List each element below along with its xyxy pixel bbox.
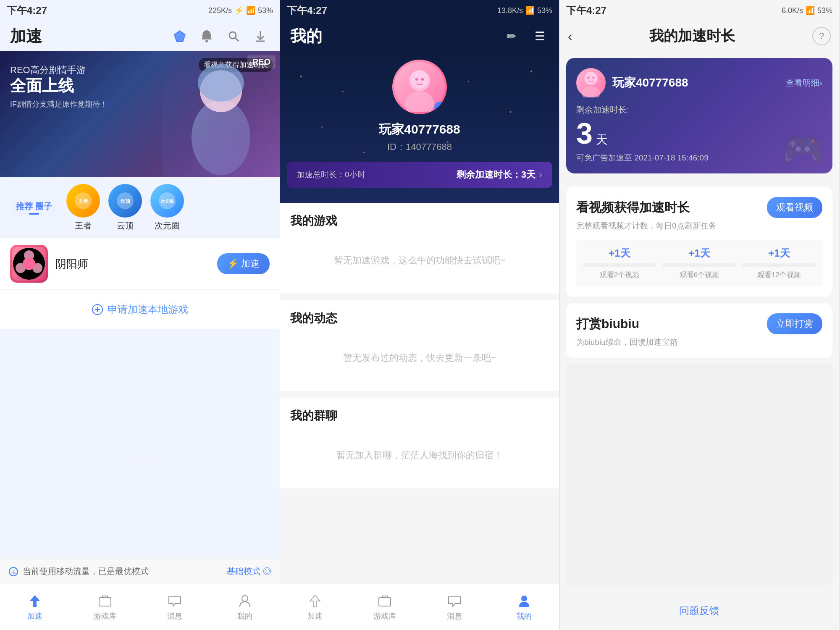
speed-card-detail-link[interactable]: 查看明细› — [786, 77, 822, 89]
help-button[interactable]: ? — [812, 27, 831, 45]
apply-local[interactable]: 申请加速本地游戏 — [0, 290, 280, 329]
category-tabs: 推荐 圈子 王者 王者 云顶 云顶 次元圈 次元圈 — [0, 177, 280, 238]
data-usage-text: 当前使用移动流量，已是最优模式 — [23, 566, 149, 577]
category-indicator — [29, 213, 39, 215]
game-info-yys: 阴阳师 — [55, 257, 217, 271]
reward-progress-2 — [663, 263, 736, 267]
category-name-wangzhe: 王者 — [75, 220, 92, 231]
bell-icon[interactable] — [197, 27, 216, 45]
remaining-speed-stat: 剩余加速时长：3天 › — [457, 168, 542, 181]
svg-point-8 — [198, 64, 244, 102]
svg-point-3 — [229, 32, 236, 39]
nav-label-library-2: 游戏库 — [373, 611, 396, 621]
nav-message-2[interactable]: 消息 — [420, 584, 489, 630]
diamond-icon[interactable] — [171, 27, 189, 45]
svg-point-2 — [205, 40, 208, 42]
panel-speed: 下午4:27 225K/s ⚡ 📶 53% 加速 REO — [0, 0, 280, 630]
reward-plus-1: +1天 — [609, 247, 630, 260]
category-ciyuan[interactable]: 次元圈 次元圈 — [150, 184, 184, 231]
nav-message-1[interactable]: 消息 — [140, 584, 210, 630]
svg-point-49 — [582, 87, 600, 97]
watch-video-button[interactable]: 观看视频 — [767, 197, 822, 218]
banner-desc: IF剧情分支满足原作党期待！ — [10, 99, 108, 109]
svg-rect-27 — [99, 598, 111, 606]
library-nav-icon — [97, 593, 113, 609]
svg-text:王者: 王者 — [78, 198, 89, 204]
svg-text:次元圈: 次元圈 — [161, 199, 173, 204]
profile-username: 玩家40777688 — [379, 121, 460, 138]
nav-speed-1[interactable]: 加速 — [0, 584, 70, 630]
nav-profile-2[interactable]: 我的 — [489, 584, 559, 630]
svg-point-28 — [242, 596, 248, 601]
stats-arrow: › — [539, 169, 542, 181]
feedback-link[interactable]: 问题反馈 — [559, 591, 839, 630]
search-icon[interactable] — [224, 27, 243, 45]
reward-label-3: 观看12个视频 — [757, 270, 801, 280]
data-usage-bar: 地 当前使用移动流量，已是最优模式 基础模式 ◎ — [0, 559, 280, 584]
panel2-content: 我的游戏 暂无加速游戏，这么牛的功能快去试试吧~ 我的动态 暂无发布过的动态，快… — [280, 203, 559, 630]
svg-point-44 — [521, 596, 527, 601]
panel3-header: ‹ 我的加速时长 ? — [559, 21, 839, 51]
nav-label-message-1: 消息 — [167, 611, 182, 621]
mode-link[interactable]: 基础模式 ◎ — [227, 566, 271, 577]
my-games-title: 我的游戏 — [290, 213, 549, 229]
edit-icon[interactable]: ✏ — [502, 27, 520, 45]
profile-nav-icon — [237, 593, 252, 609]
video-rewards: +1天 观看2个视频 +1天 观看6个视频 +1天 观看12个视频 — [576, 240, 822, 286]
donate-desc: 为biubiu续命，回馈加速宝箱 — [576, 337, 822, 348]
nav-library-1[interactable]: 游戏库 — [70, 584, 140, 630]
game-name-yys: 阴阳师 — [55, 257, 88, 270]
nav-library-2[interactable]: 游戏库 — [350, 584, 420, 630]
nav-label-profile-1: 我的 — [237, 611, 252, 621]
bottom-nav-1: 加速 游戏库 消息 我的 — [0, 584, 280, 630]
library-nav-icon-2 — [377, 593, 392, 609]
donate-button[interactable]: 立即打赏 — [767, 313, 822, 334]
menu-icon[interactable]: ☰ — [530, 27, 549, 45]
speed-card-days: 3 — [576, 119, 593, 148]
svg-point-48 — [593, 77, 595, 79]
reward-progress-3 — [743, 263, 816, 267]
user-avatar[interactable]: ♂ — [392, 60, 447, 114]
nav-profile-1[interactable]: 我的 — [210, 584, 280, 630]
svg-point-47 — [588, 77, 590, 79]
video-reward-1: +1天 观看2个视频 — [583, 247, 656, 280]
category-wangzhe[interactable]: 王者 王者 — [66, 184, 100, 231]
panel-speed-duration: 下午4:27 6.0K/s 📶 53% ‹ 我的加速时长 ? — [559, 0, 839, 630]
reward-plus-3: +1天 — [768, 247, 790, 260]
status-icons-3: 6.0K/s 📶 53% — [782, 6, 832, 15]
my-moments-title: 我的动态 — [290, 310, 549, 326]
profile-id: ID：140777688 — [387, 141, 452, 153]
my-moments-section: 我的动态 暂无发布过的动态，快去更新一条吧~ — [280, 300, 559, 391]
gender-icon: ♂ — [434, 102, 446, 113]
nav-label-library-1: 游戏库 — [94, 611, 116, 621]
total-speed-stat: 加速总时长：0小时 — [297, 169, 365, 180]
reward-label-2: 观看6个视频 — [680, 270, 719, 280]
signal-icon-2: 📶 — [525, 6, 535, 15]
svg-point-24 — [119, 459, 161, 501]
speed-indicator-3: 6.0K/s — [782, 6, 803, 15]
profile-section: ♂ 玩家40777688 ID：140777688 加速总时长：0小时 剩余加速… — [280, 51, 559, 203]
watch-video-header: 看视频获得加速时长 观看视频 — [576, 197, 822, 218]
category-yunding[interactable]: 云顶 云顶 — [108, 184, 142, 231]
remaining-speed-label: 剩余加速时长：3天 — [457, 168, 536, 181]
time-1: 下午4:27 — [7, 4, 47, 17]
panel1-header: 加速 — [0, 21, 280, 51]
bottom-nav-2: 加速 游戏库 消息 我的 — [280, 584, 559, 630]
game-list-item-yys[interactable]: 阴阳师 ⚡ 加速 — [0, 238, 280, 289]
signal-icon: 📶 — [246, 6, 255, 15]
speed-card-avatar — [576, 68, 606, 97]
donate-title: 打赏biubiu — [576, 315, 639, 333]
speed-stats-bar[interactable]: 加速总时长：0小时 剩余加速时长：3天 › — [287, 162, 552, 188]
reward-progress-1 — [583, 263, 656, 267]
my-games-empty: 暂无加速游戏，这么牛的功能快去试试吧~ — [290, 237, 549, 284]
svg-point-42 — [421, 78, 424, 81]
banner-badge: REO — [247, 55, 276, 68]
watch-video-desc: 完整观看视频才计数，每日0点刷新任务 — [576, 220, 822, 231]
speed-button[interactable]: ⚡ 加速 — [217, 253, 270, 274]
category-active[interactable]: 推荐 圈子 — [10, 198, 58, 217]
back-button[interactable]: ‹ — [568, 29, 572, 44]
nav-speed-2[interactable]: 加速 — [280, 584, 350, 630]
banner: REO高分剧情手游 全面上线 IF剧情分支满足原作党期待！ 看视频获得加速时长 — [0, 51, 280, 177]
watch-video-title: 看视频获得加速时长 — [576, 199, 690, 216]
download-icon[interactable] — [251, 27, 270, 45]
